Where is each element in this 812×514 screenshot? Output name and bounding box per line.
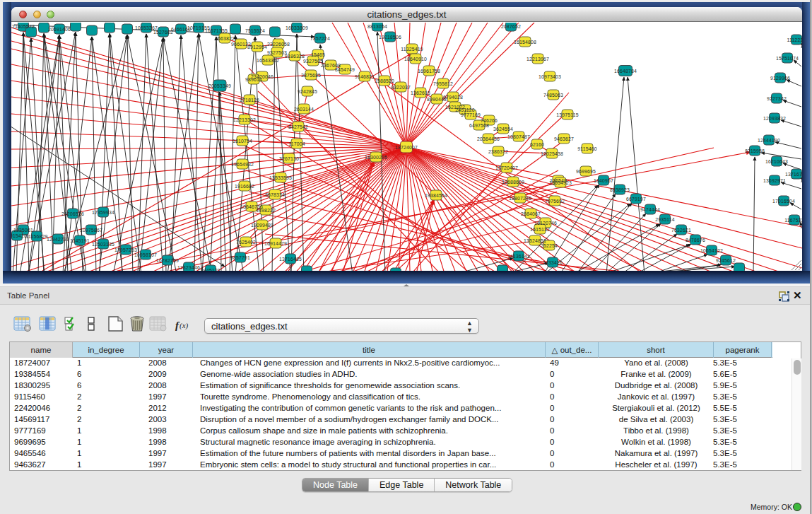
svg-text:12213302: 12213302	[233, 117, 256, 122]
svg-text:16120746: 16120746	[534, 220, 557, 225]
svg-text:8678334: 8678334	[265, 192, 285, 197]
svg-text:12323446: 12323446	[177, 264, 200, 269]
svg-text:13716485: 13716485	[279, 256, 302, 261]
svg-text:15465: 15465	[311, 52, 325, 57]
svg-text:13654923: 13654923	[549, 180, 572, 185]
svg-text:10688609: 10688609	[502, 179, 524, 184]
svg-text:12093832: 12093832	[763, 115, 786, 120]
svg-text:23226058: 23226058	[267, 41, 290, 46]
svg-text:7955812: 7955812	[433, 81, 453, 86]
svg-text:11325419: 11325419	[401, 46, 423, 51]
svg-text:16033809: 16033809	[286, 25, 308, 30]
svg-text:13524851: 13524851	[524, 238, 546, 243]
svg-text:18724007: 18724007	[395, 144, 418, 149]
svg-text:11156829: 11156829	[26, 233, 48, 238]
svg-text:9699695: 9699695	[576, 168, 596, 173]
svg-text:6794028: 6794028	[443, 94, 463, 99]
svg-text:9227342: 9227342	[767, 95, 787, 100]
svg-text:9115460: 9115460	[577, 146, 596, 151]
svg-text:15720407: 15720407	[495, 165, 518, 170]
svg-text:6679197: 6679197	[626, 196, 646, 201]
svg-text:1810754: 1810754	[233, 138, 252, 143]
svg-text:9245612: 9245612	[716, 257, 736, 262]
svg-text:7975692: 7975692	[545, 198, 565, 203]
svg-text:15751074: 15751074	[776, 55, 799, 60]
svg-text:1640957: 1640957	[594, 177, 613, 182]
svg-text:1112233: 1112233	[787, 37, 802, 42]
svg-text:746266: 746266	[481, 117, 498, 122]
svg-text:1615132: 1615132	[530, 226, 550, 231]
svg-text:2386372: 2386372	[488, 148, 508, 153]
svg-text:13716753: 13716753	[785, 171, 802, 176]
svg-text:9463627: 9463627	[554, 136, 574, 141]
svg-text:8813054: 8813054	[367, 23, 387, 28]
svg-text:18807249: 18807249	[509, 195, 531, 200]
svg-text:117004: 117004	[288, 141, 305, 146]
svg-text:17957253: 17957253	[114, 247, 137, 252]
svg-text:10654122: 10654122	[700, 247, 723, 252]
svg-text:12444190: 12444190	[758, 137, 780, 142]
svg-text:7625402: 7625402	[236, 239, 256, 244]
svg-text:9474444: 9474444	[640, 206, 660, 211]
svg-text:2718126: 2718126	[240, 97, 259, 102]
svg-text:16782759: 16782759	[156, 257, 179, 262]
svg-text:9845121: 9845121	[201, 267, 220, 271]
svg-text:19218506: 19218506	[379, 34, 401, 39]
svg-text:3267130: 3267130	[279, 156, 299, 160]
svg-text:4498222: 4498222	[256, 207, 276, 212]
svg-text:8322037: 8322037	[391, 84, 411, 89]
svg-text:8215958: 8215958	[745, 148, 765, 153]
svg-text:3915420: 3915420	[11, 233, 27, 238]
svg-text:9777169: 9777169	[461, 112, 481, 117]
svg-text:10025438: 10025438	[541, 151, 563, 156]
svg-text:17016504: 17016504	[772, 198, 795, 203]
svg-text:7485063: 7485063	[543, 92, 563, 97]
svg-text:13533595: 13533595	[269, 175, 292, 180]
svg-text:1362615: 1362615	[411, 90, 430, 95]
svg-text:1145191: 1145191	[70, 238, 89, 243]
svg-text:252254: 252254	[541, 243, 558, 247]
svg-text:16914479: 16914479	[264, 240, 287, 245]
svg-text:13692971: 13692971	[763, 177, 786, 182]
svg-text:9129966: 9129966	[770, 75, 790, 80]
svg-text:12213967: 12213967	[526, 56, 549, 61]
svg-text:8478676: 8478676	[686, 237, 705, 242]
svg-text:18300295: 18300295	[365, 154, 387, 159]
svg-text:3624554: 3624554	[493, 126, 513, 131]
svg-text:2935114: 2935114	[655, 216, 674, 221]
svg-text:1167533: 1167533	[784, 217, 802, 222]
svg-text:9857791: 9857791	[230, 255, 250, 259]
svg-text:20053349: 20053349	[208, 83, 231, 88]
svg-text:1916682: 1916682	[235, 183, 254, 188]
svg-text:10958107: 10958107	[134, 252, 157, 257]
svg-text:21405572: 21405572	[12, 23, 35, 28]
svg-text:7857224: 7857224	[310, 35, 330, 40]
svg-text:8938923: 8938923	[610, 187, 630, 192]
svg-text:9146821: 9146821	[355, 74, 375, 78]
svg-text:12942737: 12942737	[47, 236, 69, 241]
svg-text:7632621: 7632621	[671, 227, 691, 232]
svg-text:2087652: 2087652	[501, 23, 521, 28]
svg-text:2603144: 2603144	[294, 106, 314, 111]
svg-text:19384554: 19384554	[425, 192, 447, 197]
svg-text:62160: 62160	[530, 141, 544, 146]
svg-text:20364436: 20364436	[477, 136, 500, 141]
svg-text:(x): (x)	[180, 321, 189, 330]
svg-text:19654932: 19654932	[231, 161, 254, 166]
svg-text:2684067: 2684067	[521, 211, 541, 216]
svg-text:7663822: 7663822	[215, 35, 235, 40]
svg-text:10807487: 10807487	[507, 134, 530, 139]
svg-text:16648784: 16648784	[614, 68, 637, 73]
svg-text:14136141: 14136141	[507, 253, 530, 258]
svg-text:9242845: 9242845	[298, 88, 317, 93]
svg-text:1588520: 1588520	[375, 78, 394, 83]
svg-text:9327505: 9327505	[303, 58, 323, 63]
svg-text:10975867: 10975867	[80, 227, 102, 232]
svg-text:16154808: 16154808	[514, 39, 536, 44]
svg-text:10973403: 10973403	[539, 74, 561, 78]
svg-text:20691406: 20691406	[48, 26, 71, 31]
svg-text:8912954: 8912954	[247, 44, 267, 49]
svg-text:6497568: 6497568	[469, 122, 489, 127]
svg-text:2451120: 2451120	[455, 107, 474, 112]
svg-text:16543362: 16543362	[257, 57, 279, 62]
